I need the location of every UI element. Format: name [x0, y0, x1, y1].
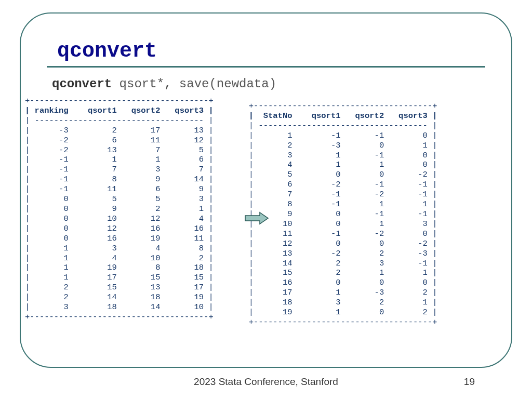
command-rest: qsort*, save(newdata): [112, 77, 276, 91]
slide-frame: qconvert qconvert qsort*, save(newdata) …: [20, 12, 512, 368]
title-rule: [47, 66, 485, 68]
tables-row: +-------------------------------------+ …: [47, 97, 485, 327]
right-table: +-------------------------------------+ …: [249, 101, 437, 327]
page-number: 19: [464, 376, 475, 388]
command-line: qconvert qsort*, save(newdata): [52, 77, 485, 91]
svg-marker-0: [245, 212, 268, 224]
slide-title: qconvert: [57, 39, 485, 63]
command-keyword: qconvert: [52, 77, 112, 91]
footer-text: 2023 Stata Conference, Stanford: [0, 376, 532, 388]
arrow-right-icon: [244, 211, 269, 225]
left-table: +-------------------------------------+ …: [25, 96, 214, 322]
